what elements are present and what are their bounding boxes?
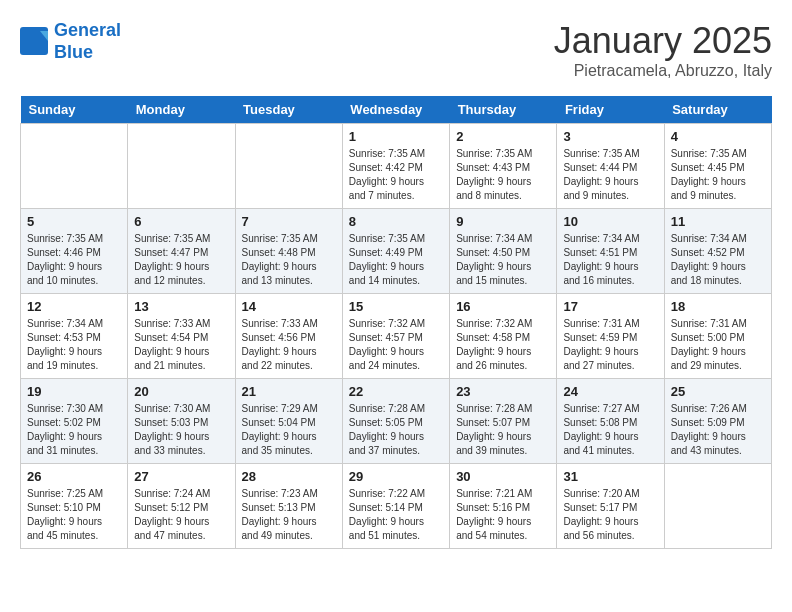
week-row-1: 1Sunrise: 7:35 AM Sunset: 4:42 PM Daylig… bbox=[21, 124, 772, 209]
day-info: Sunrise: 7:28 AM Sunset: 5:07 PM Dayligh… bbox=[456, 402, 550, 458]
day-info: Sunrise: 7:32 AM Sunset: 4:58 PM Dayligh… bbox=[456, 317, 550, 373]
day-info: Sunrise: 7:27 AM Sunset: 5:08 PM Dayligh… bbox=[563, 402, 657, 458]
day-info: Sunrise: 7:28 AM Sunset: 5:05 PM Dayligh… bbox=[349, 402, 443, 458]
calendar-cell: 1Sunrise: 7:35 AM Sunset: 4:42 PM Daylig… bbox=[342, 124, 449, 209]
calendar-cell: 30Sunrise: 7:21 AM Sunset: 5:16 PM Dayli… bbox=[450, 464, 557, 549]
day-number: 30 bbox=[456, 469, 550, 484]
weekday-header-row: SundayMondayTuesdayWednesdayThursdayFrid… bbox=[21, 96, 772, 124]
day-info: Sunrise: 7:20 AM Sunset: 5:17 PM Dayligh… bbox=[563, 487, 657, 543]
day-info: Sunrise: 7:35 AM Sunset: 4:42 PM Dayligh… bbox=[349, 147, 443, 203]
day-info: Sunrise: 7:34 AM Sunset: 4:51 PM Dayligh… bbox=[563, 232, 657, 288]
calendar-cell: 31Sunrise: 7:20 AM Sunset: 5:17 PM Dayli… bbox=[557, 464, 664, 549]
week-row-3: 12Sunrise: 7:34 AM Sunset: 4:53 PM Dayli… bbox=[21, 294, 772, 379]
weekday-header-saturday: Saturday bbox=[664, 96, 771, 124]
calendar-cell: 23Sunrise: 7:28 AM Sunset: 5:07 PM Dayli… bbox=[450, 379, 557, 464]
day-info: Sunrise: 7:35 AM Sunset: 4:46 PM Dayligh… bbox=[27, 232, 121, 288]
day-info: Sunrise: 7:35 AM Sunset: 4:45 PM Dayligh… bbox=[671, 147, 765, 203]
day-info: Sunrise: 7:23 AM Sunset: 5:13 PM Dayligh… bbox=[242, 487, 336, 543]
day-info: Sunrise: 7:30 AM Sunset: 5:03 PM Dayligh… bbox=[134, 402, 228, 458]
day-info: Sunrise: 7:35 AM Sunset: 4:44 PM Dayligh… bbox=[563, 147, 657, 203]
calendar-cell: 20Sunrise: 7:30 AM Sunset: 5:03 PM Dayli… bbox=[128, 379, 235, 464]
calendar-cell: 24Sunrise: 7:27 AM Sunset: 5:08 PM Dayli… bbox=[557, 379, 664, 464]
calendar-cell bbox=[664, 464, 771, 549]
day-info: Sunrise: 7:21 AM Sunset: 5:16 PM Dayligh… bbox=[456, 487, 550, 543]
day-number: 25 bbox=[671, 384, 765, 399]
calendar-cell: 2Sunrise: 7:35 AM Sunset: 4:43 PM Daylig… bbox=[450, 124, 557, 209]
calendar-cell: 5Sunrise: 7:35 AM Sunset: 4:46 PM Daylig… bbox=[21, 209, 128, 294]
day-number: 20 bbox=[134, 384, 228, 399]
location: Pietracamela, Abruzzo, Italy bbox=[554, 62, 772, 80]
calendar-cell: 14Sunrise: 7:33 AM Sunset: 4:56 PM Dayli… bbox=[235, 294, 342, 379]
day-number: 27 bbox=[134, 469, 228, 484]
day-number: 13 bbox=[134, 299, 228, 314]
day-info: Sunrise: 7:25 AM Sunset: 5:10 PM Dayligh… bbox=[27, 487, 121, 543]
day-info: Sunrise: 7:34 AM Sunset: 4:52 PM Dayligh… bbox=[671, 232, 765, 288]
calendar-cell: 19Sunrise: 7:30 AM Sunset: 5:02 PM Dayli… bbox=[21, 379, 128, 464]
day-number: 18 bbox=[671, 299, 765, 314]
week-row-4: 19Sunrise: 7:30 AM Sunset: 5:02 PM Dayli… bbox=[21, 379, 772, 464]
day-number: 15 bbox=[349, 299, 443, 314]
day-info: Sunrise: 7:34 AM Sunset: 4:53 PM Dayligh… bbox=[27, 317, 121, 373]
day-number: 19 bbox=[27, 384, 121, 399]
calendar-cell: 11Sunrise: 7:34 AM Sunset: 4:52 PM Dayli… bbox=[664, 209, 771, 294]
calendar-cell: 7Sunrise: 7:35 AM Sunset: 4:48 PM Daylig… bbox=[235, 209, 342, 294]
day-number: 2 bbox=[456, 129, 550, 144]
day-info: Sunrise: 7:33 AM Sunset: 4:54 PM Dayligh… bbox=[134, 317, 228, 373]
day-number: 14 bbox=[242, 299, 336, 314]
calendar-cell: 28Sunrise: 7:23 AM Sunset: 5:13 PM Dayli… bbox=[235, 464, 342, 549]
calendar-cell bbox=[235, 124, 342, 209]
calendar-cell: 27Sunrise: 7:24 AM Sunset: 5:12 PM Dayli… bbox=[128, 464, 235, 549]
day-number: 28 bbox=[242, 469, 336, 484]
calendar-cell: 17Sunrise: 7:31 AM Sunset: 4:59 PM Dayli… bbox=[557, 294, 664, 379]
day-info: Sunrise: 7:32 AM Sunset: 4:57 PM Dayligh… bbox=[349, 317, 443, 373]
day-number: 23 bbox=[456, 384, 550, 399]
day-info: Sunrise: 7:24 AM Sunset: 5:12 PM Dayligh… bbox=[134, 487, 228, 543]
calendar-cell: 3Sunrise: 7:35 AM Sunset: 4:44 PM Daylig… bbox=[557, 124, 664, 209]
day-number: 5 bbox=[27, 214, 121, 229]
day-number: 4 bbox=[671, 129, 765, 144]
calendar-cell: 15Sunrise: 7:32 AM Sunset: 4:57 PM Dayli… bbox=[342, 294, 449, 379]
calendar-cell: 21Sunrise: 7:29 AM Sunset: 5:04 PM Dayli… bbox=[235, 379, 342, 464]
day-number: 16 bbox=[456, 299, 550, 314]
weekday-header-thursday: Thursday bbox=[450, 96, 557, 124]
day-number: 17 bbox=[563, 299, 657, 314]
calendar-table: SundayMondayTuesdayWednesdayThursdayFrid… bbox=[20, 96, 772, 549]
day-number: 31 bbox=[563, 469, 657, 484]
day-number: 24 bbox=[563, 384, 657, 399]
day-number: 3 bbox=[563, 129, 657, 144]
day-info: Sunrise: 7:34 AM Sunset: 4:50 PM Dayligh… bbox=[456, 232, 550, 288]
calendar-cell: 12Sunrise: 7:34 AM Sunset: 4:53 PM Dayli… bbox=[21, 294, 128, 379]
logo-text: General Blue bbox=[54, 20, 121, 63]
calendar-cell: 4Sunrise: 7:35 AM Sunset: 4:45 PM Daylig… bbox=[664, 124, 771, 209]
calendar-cell: 13Sunrise: 7:33 AM Sunset: 4:54 PM Dayli… bbox=[128, 294, 235, 379]
week-row-5: 26Sunrise: 7:25 AM Sunset: 5:10 PM Dayli… bbox=[21, 464, 772, 549]
calendar-cell bbox=[128, 124, 235, 209]
day-number: 9 bbox=[456, 214, 550, 229]
day-number: 12 bbox=[27, 299, 121, 314]
weekday-header-tuesday: Tuesday bbox=[235, 96, 342, 124]
logo-blue: Blue bbox=[54, 42, 93, 62]
calendar-cell: 16Sunrise: 7:32 AM Sunset: 4:58 PM Dayli… bbox=[450, 294, 557, 379]
weekday-header-friday: Friday bbox=[557, 96, 664, 124]
day-number: 10 bbox=[563, 214, 657, 229]
day-info: Sunrise: 7:30 AM Sunset: 5:02 PM Dayligh… bbox=[27, 402, 121, 458]
day-info: Sunrise: 7:31 AM Sunset: 5:00 PM Dayligh… bbox=[671, 317, 765, 373]
calendar-cell: 25Sunrise: 7:26 AM Sunset: 5:09 PM Dayli… bbox=[664, 379, 771, 464]
logo-general: General bbox=[54, 20, 121, 40]
page-header: General Blue January 2025 Pietracamela, … bbox=[20, 20, 772, 80]
day-number: 8 bbox=[349, 214, 443, 229]
day-info: Sunrise: 7:33 AM Sunset: 4:56 PM Dayligh… bbox=[242, 317, 336, 373]
weekday-header-monday: Monday bbox=[128, 96, 235, 124]
day-number: 11 bbox=[671, 214, 765, 229]
day-info: Sunrise: 7:22 AM Sunset: 5:14 PM Dayligh… bbox=[349, 487, 443, 543]
calendar-cell: 6Sunrise: 7:35 AM Sunset: 4:47 PM Daylig… bbox=[128, 209, 235, 294]
day-info: Sunrise: 7:29 AM Sunset: 5:04 PM Dayligh… bbox=[242, 402, 336, 458]
logo: General Blue bbox=[20, 20, 121, 63]
title-block: January 2025 Pietracamela, Abruzzo, Ital… bbox=[554, 20, 772, 80]
calendar-cell: 9Sunrise: 7:34 AM Sunset: 4:50 PM Daylig… bbox=[450, 209, 557, 294]
calendar-cell bbox=[21, 124, 128, 209]
weekday-header-wednesday: Wednesday bbox=[342, 96, 449, 124]
day-number: 21 bbox=[242, 384, 336, 399]
weekday-header-sunday: Sunday bbox=[21, 96, 128, 124]
week-row-2: 5Sunrise: 7:35 AM Sunset: 4:46 PM Daylig… bbox=[21, 209, 772, 294]
